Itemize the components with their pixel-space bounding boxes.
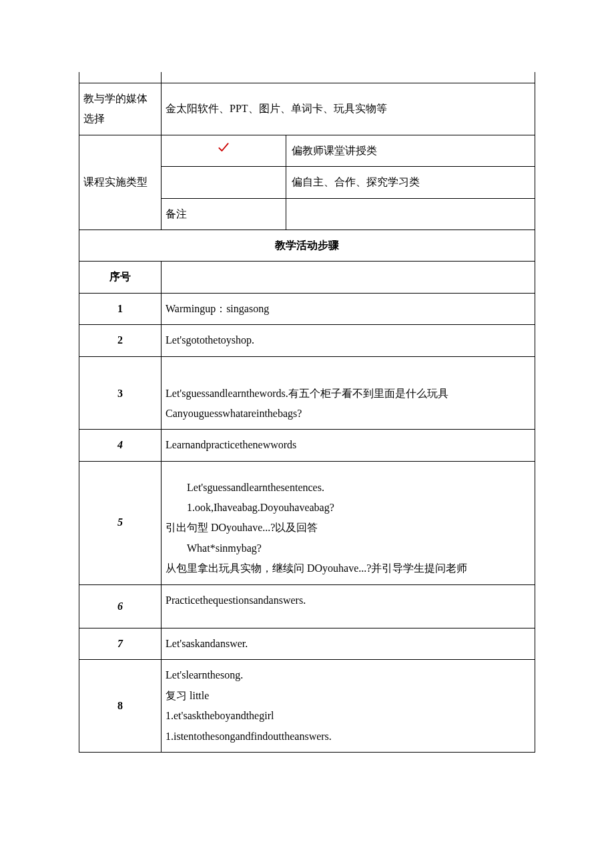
seq-header: 序号 bbox=[79, 262, 162, 293]
step-seq: 6 bbox=[79, 584, 162, 628]
step-seq: 8 bbox=[79, 660, 162, 753]
step-line: 引出句型 DOyouhave...?以及回答 bbox=[166, 518, 531, 538]
step-line: What*sinmybag? bbox=[166, 538, 531, 558]
lesson-plan-table: 教与学的媒体选择 金太阳软件、PPT、图片、单词卡、玩具实物等 课程实施类型 偏… bbox=[79, 72, 535, 753]
media-label: 教与学的媒体选择 bbox=[79, 83, 162, 135]
table-row: 课程实施类型 偏教师课堂讲授类 bbox=[79, 135, 535, 166]
empty-label-cell bbox=[79, 72, 162, 83]
impl-label: 课程实施类型 bbox=[79, 135, 162, 230]
impl-type-2: 偏自主、合作、探究学习类 bbox=[286, 167, 535, 198]
step-line: 从包里拿出玩具实物，继续问 DOyouhave...?并引导学生提问老师 bbox=[166, 558, 531, 578]
step-line: Let'sguessandlearnthewords.有五个柜子看不到里面是什么… bbox=[166, 384, 531, 404]
table-row: 5 Let'sguessandlearnthesentences. 1.ook,… bbox=[79, 461, 535, 584]
check-icon bbox=[217, 141, 230, 154]
step-content: Let'saskandanswer. bbox=[162, 628, 535, 660]
table-row: 教与学的媒体选择 金太阳软件、PPT、图片、单词卡、玩具实物等 bbox=[79, 83, 535, 135]
impl-check-1 bbox=[162, 135, 286, 166]
step-line: Let'slearnthesong. bbox=[166, 665, 531, 685]
table-row: 教学活动步骤 bbox=[79, 230, 535, 261]
table-row: 序号 bbox=[79, 262, 535, 293]
step-content: Let'sguessandlearnthewords.有五个柜子看不到里面是什么… bbox=[162, 356, 535, 430]
table-row: 7 Let'saskandanswer. bbox=[79, 628, 535, 660]
step-seq: 2 bbox=[79, 325, 162, 356]
table-row bbox=[79, 72, 535, 83]
step-seq: 4 bbox=[79, 430, 162, 461]
document-page: 教与学的媒体选择 金太阳软件、PPT、图片、单词卡、玩具实物等 课程实施类型 偏… bbox=[0, 0, 614, 868]
step-seq: 3 bbox=[79, 356, 162, 430]
table-row: 1 Warmingup：singasong bbox=[79, 293, 535, 324]
step-content: Let'slearnthesong. 复习 little 1.et'saskth… bbox=[162, 660, 535, 753]
table-row: 3 Let'sguessandlearnthewords.有五个柜子看不到里面是… bbox=[79, 356, 535, 430]
table-row: 4 Learnandpracticethenewwords bbox=[79, 430, 535, 461]
step-content: Warmingup：singasong bbox=[162, 293, 535, 324]
step-line: 1.istentothesongandfindouttheanswers. bbox=[166, 727, 531, 747]
step-seq: 1 bbox=[79, 293, 162, 324]
seq-header-content bbox=[162, 262, 535, 293]
step-content: Let'sgotothetoyshop. bbox=[162, 325, 535, 356]
remark-label: 备注 bbox=[162, 198, 286, 230]
remark-content bbox=[286, 198, 535, 230]
step-seq: 5 bbox=[79, 461, 162, 584]
impl-type-1: 偏教师课堂讲授类 bbox=[286, 135, 535, 166]
impl-check-2 bbox=[162, 167, 286, 198]
step-content: Learnandpracticethenewwords bbox=[162, 430, 535, 461]
table-row: 6 Practicethequestionsandanswers. bbox=[79, 584, 535, 628]
table-row: 2 Let'sgotothetoyshop. bbox=[79, 325, 535, 356]
step-line: Let'sguessandlearnthesentences. bbox=[166, 478, 531, 498]
steps-header: 教学活动步骤 bbox=[79, 230, 535, 261]
step-line: Canyouguesswhatareinthebags? bbox=[166, 404, 531, 424]
step-content: Let'sguessandlearnthesentences. 1.ook,Ih… bbox=[162, 461, 535, 584]
step-line: 1.et'sasktheboyandthegirl bbox=[166, 706, 531, 726]
table-row: 8 Let'slearnthesong. 复习 little 1.et'sask… bbox=[79, 660, 535, 753]
step-seq: 7 bbox=[79, 628, 162, 660]
empty-content-cell bbox=[162, 72, 535, 83]
step-content: Practicethequestionsandanswers. bbox=[162, 584, 535, 628]
media-content: 金太阳软件、PPT、图片、单词卡、玩具实物等 bbox=[162, 83, 535, 135]
step-line: 1.ook,Ihaveabag.Doyouhaveabag? bbox=[166, 498, 531, 518]
step-line: 复习 little bbox=[166, 686, 531, 706]
